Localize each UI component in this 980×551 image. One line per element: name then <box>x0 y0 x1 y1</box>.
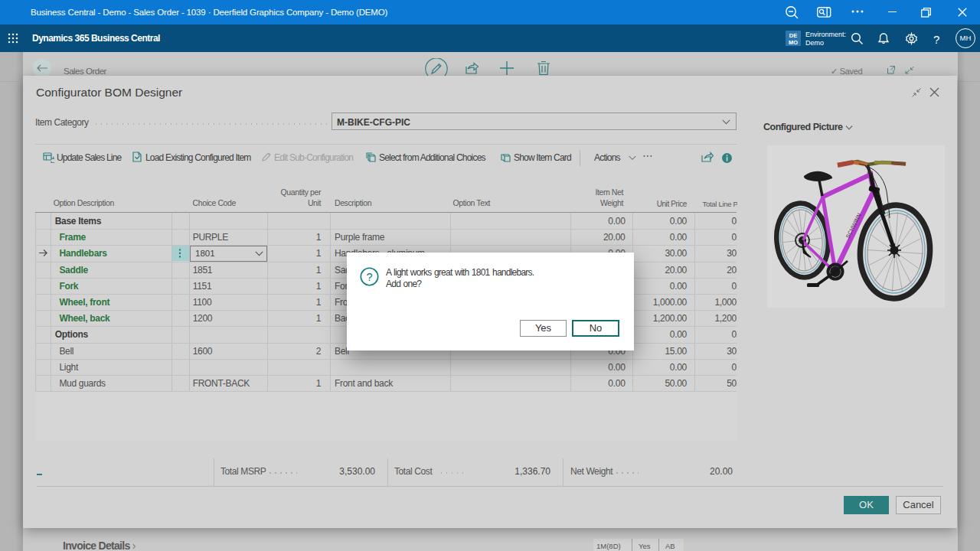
svg-text:?: ? <box>366 271 372 283</box>
